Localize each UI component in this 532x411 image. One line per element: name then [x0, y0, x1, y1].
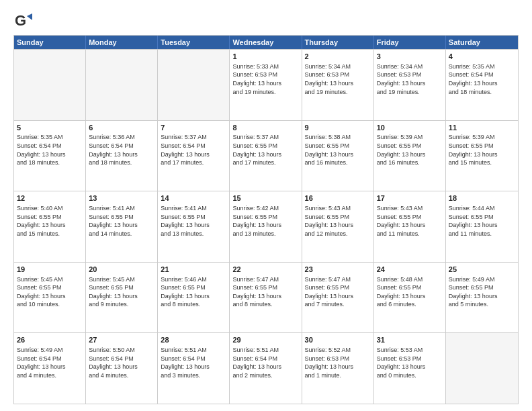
calendar-cell: 12Sunrise: 5:40 AM Sunset: 6:55 PM Dayli…	[14, 191, 86, 262]
calendar-cell: 3Sunrise: 5:34 AM Sunset: 6:53 PM Daylig…	[374, 50, 446, 120]
header-day-friday: Friday	[374, 36, 446, 49]
day-info: Sunrise: 5:38 AM Sunset: 6:55 PM Dayligh…	[305, 133, 371, 167]
calendar-cell: 9Sunrise: 5:38 AM Sunset: 6:55 PM Daylig…	[302, 121, 374, 191]
logo-icon: G	[13, 11, 32, 30]
logo: G	[13, 11, 35, 30]
calendar-cell: 24Sunrise: 5:48 AM Sunset: 6:55 PM Dayli…	[374, 263, 446, 333]
calendar-cell: 13Sunrise: 5:41 AM Sunset: 6:55 PM Dayli…	[86, 191, 158, 262]
calendar-cell: 28Sunrise: 5:51 AM Sunset: 6:54 PM Dayli…	[158, 333, 230, 404]
calendar-cell: 25Sunrise: 5:49 AM Sunset: 6:55 PM Dayli…	[446, 263, 518, 333]
day-info: Sunrise: 5:37 AM Sunset: 6:55 PM Dayligh…	[232, 133, 298, 167]
day-number: 13	[89, 193, 154, 203]
svg-text:G: G	[15, 12, 26, 29]
day-info: Sunrise: 5:47 AM Sunset: 6:55 PM Dayligh…	[305, 275, 371, 309]
calendar-row-4: 26Sunrise: 5:49 AM Sunset: 6:54 PM Dayli…	[14, 332, 518, 404]
header: G	[13, 11, 519, 30]
calendar-cell	[86, 50, 158, 120]
day-info: Sunrise: 5:34 AM Sunset: 6:53 PM Dayligh…	[377, 62, 443, 96]
day-number: 18	[449, 193, 515, 203]
day-number: 2	[305, 52, 371, 62]
day-number: 20	[89, 265, 154, 275]
day-info: Sunrise: 5:52 AM Sunset: 6:53 PM Dayligh…	[305, 346, 371, 379]
day-info: Sunrise: 5:35 AM Sunset: 6:54 PM Dayligh…	[449, 62, 515, 96]
day-number: 25	[449, 265, 515, 275]
day-info: Sunrise: 5:46 AM Sunset: 6:55 PM Dayligh…	[161, 275, 226, 309]
day-info: Sunrise: 5:40 AM Sunset: 6:55 PM Dayligh…	[17, 204, 83, 238]
calendar-cell: 1Sunrise: 5:33 AM Sunset: 6:53 PM Daylig…	[230, 50, 302, 120]
calendar-cell	[158, 50, 230, 120]
day-number: 23	[305, 265, 371, 275]
calendar-cell: 2Sunrise: 5:34 AM Sunset: 6:53 PM Daylig…	[302, 50, 374, 120]
header-day-sunday: Sunday	[14, 36, 86, 49]
day-info: Sunrise: 5:43 AM Sunset: 6:55 PM Dayligh…	[305, 204, 371, 238]
calendar-cell: 11Sunrise: 5:39 AM Sunset: 6:55 PM Dayli…	[446, 121, 518, 191]
calendar-cell: 30Sunrise: 5:52 AM Sunset: 6:53 PM Dayli…	[302, 333, 374, 404]
calendar-row-2: 12Sunrise: 5:40 AM Sunset: 6:55 PM Dayli…	[14, 191, 518, 262]
header-day-monday: Monday	[86, 36, 158, 49]
calendar-cell: 21Sunrise: 5:46 AM Sunset: 6:55 PM Dayli…	[158, 263, 230, 333]
calendar-row-0: 1Sunrise: 5:33 AM Sunset: 6:53 PM Daylig…	[14, 49, 518, 120]
day-number: 29	[232, 335, 298, 345]
calendar-cell: 6Sunrise: 5:36 AM Sunset: 6:54 PM Daylig…	[86, 121, 158, 191]
day-number: 24	[377, 265, 443, 275]
day-number: 1	[232, 52, 298, 62]
day-info: Sunrise: 5:51 AM Sunset: 6:54 PM Dayligh…	[161, 346, 226, 379]
day-info: Sunrise: 5:45 AM Sunset: 6:55 PM Dayligh…	[89, 275, 154, 309]
day-info: Sunrise: 5:35 AM Sunset: 6:54 PM Dayligh…	[17, 133, 83, 167]
day-number: 9	[305, 123, 371, 133]
day-number: 12	[17, 193, 83, 203]
calendar-cell: 15Sunrise: 5:42 AM Sunset: 6:55 PM Dayli…	[230, 191, 302, 262]
calendar-cell: 14Sunrise: 5:41 AM Sunset: 6:55 PM Dayli…	[158, 191, 230, 262]
calendar-cell: 8Sunrise: 5:37 AM Sunset: 6:55 PM Daylig…	[230, 121, 302, 191]
day-info: Sunrise: 5:36 AM Sunset: 6:54 PM Dayligh…	[89, 133, 154, 167]
day-info: Sunrise: 5:34 AM Sunset: 6:53 PM Dayligh…	[305, 62, 371, 96]
header-day-thursday: Thursday	[302, 36, 374, 49]
day-info: Sunrise: 5:49 AM Sunset: 6:54 PM Dayligh…	[17, 346, 83, 379]
day-info: Sunrise: 5:33 AM Sunset: 6:53 PM Dayligh…	[232, 62, 298, 96]
day-number: 21	[161, 265, 226, 275]
calendar-cell: 10Sunrise: 5:39 AM Sunset: 6:55 PM Dayli…	[374, 121, 446, 191]
calendar: SundayMondayTuesdayWednesdayThursdayFrid…	[13, 35, 519, 404]
day-info: Sunrise: 5:50 AM Sunset: 6:54 PM Dayligh…	[89, 346, 154, 379]
day-number: 30	[305, 335, 371, 345]
day-number: 28	[161, 335, 226, 345]
day-number: 27	[89, 335, 154, 345]
calendar-cell	[446, 333, 518, 404]
day-info: Sunrise: 5:42 AM Sunset: 6:55 PM Dayligh…	[232, 204, 298, 238]
calendar-row-1: 5Sunrise: 5:35 AM Sunset: 6:54 PM Daylig…	[14, 120, 518, 191]
calendar-cell: 27Sunrise: 5:50 AM Sunset: 6:54 PM Dayli…	[86, 333, 158, 404]
day-number: 11	[449, 123, 515, 133]
calendar-header: SundayMondayTuesdayWednesdayThursdayFrid…	[14, 36, 518, 49]
day-info: Sunrise: 5:44 AM Sunset: 6:55 PM Dayligh…	[449, 204, 515, 238]
calendar-cell: 26Sunrise: 5:49 AM Sunset: 6:54 PM Dayli…	[14, 333, 86, 404]
day-number: 10	[377, 123, 443, 133]
calendar-cell: 16Sunrise: 5:43 AM Sunset: 6:55 PM Dayli…	[302, 191, 374, 262]
header-day-wednesday: Wednesday	[230, 36, 302, 49]
day-info: Sunrise: 5:45 AM Sunset: 6:55 PM Dayligh…	[17, 275, 83, 309]
calendar-cell	[14, 50, 86, 120]
day-number: 6	[89, 123, 154, 133]
calendar-cell: 7Sunrise: 5:37 AM Sunset: 6:54 PM Daylig…	[158, 121, 230, 191]
day-info: Sunrise: 5:47 AM Sunset: 6:55 PM Dayligh…	[232, 275, 298, 309]
day-number: 26	[17, 335, 83, 345]
calendar-cell: 19Sunrise: 5:45 AM Sunset: 6:55 PM Dayli…	[14, 263, 86, 333]
day-number: 8	[232, 123, 298, 133]
day-info: Sunrise: 5:39 AM Sunset: 6:55 PM Dayligh…	[377, 133, 443, 167]
day-number: 19	[17, 265, 83, 275]
calendar-cell: 22Sunrise: 5:47 AM Sunset: 6:55 PM Dayli…	[230, 263, 302, 333]
calendar-cell: 18Sunrise: 5:44 AM Sunset: 6:55 PM Dayli…	[446, 191, 518, 262]
day-info: Sunrise: 5:41 AM Sunset: 6:55 PM Dayligh…	[161, 204, 226, 238]
header-day-tuesday: Tuesday	[158, 36, 230, 49]
calendar-cell: 23Sunrise: 5:47 AM Sunset: 6:55 PM Dayli…	[302, 263, 374, 333]
day-number: 3	[377, 52, 443, 62]
day-number: 16	[305, 193, 371, 203]
day-info: Sunrise: 5:51 AM Sunset: 6:54 PM Dayligh…	[232, 346, 298, 379]
day-info: Sunrise: 5:49 AM Sunset: 6:55 PM Dayligh…	[449, 275, 515, 309]
calendar-cell: 29Sunrise: 5:51 AM Sunset: 6:54 PM Dayli…	[230, 333, 302, 404]
day-number: 15	[232, 193, 298, 203]
day-info: Sunrise: 5:37 AM Sunset: 6:54 PM Dayligh…	[161, 133, 226, 167]
calendar-cell: 4Sunrise: 5:35 AM Sunset: 6:54 PM Daylig…	[446, 50, 518, 120]
day-info: Sunrise: 5:43 AM Sunset: 6:55 PM Dayligh…	[377, 204, 443, 238]
calendar-row-3: 19Sunrise: 5:45 AM Sunset: 6:55 PM Dayli…	[14, 262, 518, 333]
day-info: Sunrise: 5:41 AM Sunset: 6:55 PM Dayligh…	[89, 204, 154, 238]
